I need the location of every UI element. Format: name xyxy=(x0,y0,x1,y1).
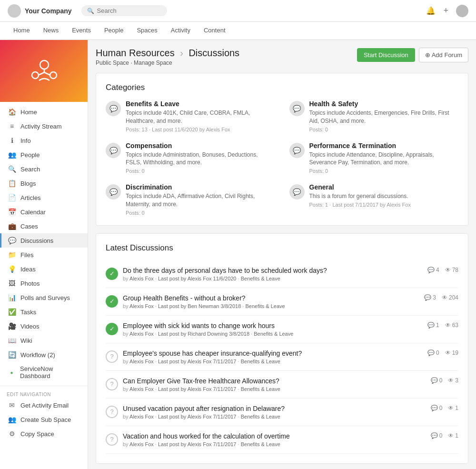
category-icon: 💬 xyxy=(106,184,121,200)
discussion-category[interactable]: Benefits & Leave xyxy=(241,386,280,392)
discussions-list: ✓ Do the three days of personal days hav… xyxy=(106,260,458,454)
comment-number: 1 xyxy=(436,322,439,329)
nav-people[interactable]: People xyxy=(99,23,129,39)
category-body: Benefits & Leave Topics include 401K, Ch… xyxy=(126,100,275,132)
people-icon: 👥 xyxy=(8,151,16,159)
sidebar-item-tasks[interactable]: ✅ Tasks xyxy=(0,305,88,319)
view-icon: 👁 xyxy=(445,322,451,329)
sidebar-item-activity-stream[interactable]: ≡ Activity Stream xyxy=(0,119,88,133)
category-meta: Posts: 0 xyxy=(309,168,459,174)
sidebar-nav: 🏠 Home ≡ Activity Stream ℹ Info 👥 People… xyxy=(0,102,88,444)
comment-icon: 💬 xyxy=(427,267,435,273)
sidebar-item-discussions[interactable]: 💬 Discussions xyxy=(0,233,88,248)
public-space-link[interactable]: Public Space xyxy=(96,60,129,66)
discussion-category[interactable]: Benefits & Leave xyxy=(254,331,293,337)
category-name[interactable]: Discrimination xyxy=(126,183,275,191)
nav-content[interactable]: Content xyxy=(198,23,231,39)
nav-events[interactable]: Events xyxy=(66,23,97,39)
company-logo[interactable]: Your Company xyxy=(8,4,72,18)
comment-icon: 💬 xyxy=(427,349,435,356)
sidebar-item-calendar[interactable]: 📅 Calendar xyxy=(0,205,88,219)
sidebar-item-label: Activity Stream xyxy=(20,123,62,130)
ideas-icon: 💡 xyxy=(8,265,16,273)
discussion-category[interactable]: Benefits & Leave xyxy=(245,303,285,309)
discussion-title[interactable]: Group Health Benefits - without a broker… xyxy=(123,294,419,302)
topbar-search[interactable]: 🔍 xyxy=(81,5,167,16)
sidebar-item-search[interactable]: 🔍 Search xyxy=(0,162,88,176)
add-icon[interactable]: + xyxy=(443,6,448,16)
sidebar-item-workflow[interactable]: 🔄 Workflow (2) xyxy=(0,348,88,362)
email-icon: ✉ xyxy=(8,401,16,409)
table-row: ? Unused vacation payout after resignati… xyxy=(106,399,458,426)
search-input[interactable] xyxy=(97,7,154,14)
info-icon: ℹ xyxy=(8,137,16,144)
company-avatar xyxy=(8,4,21,18)
discussion-title[interactable]: Employee with sick kid wants to change w… xyxy=(123,322,423,329)
sidebar-item-label: Get Activity Email xyxy=(20,402,69,409)
category-name[interactable]: Health & Safety xyxy=(309,100,459,108)
sidebar-item-info[interactable]: ℹ Info xyxy=(0,133,88,148)
category-description: Topics include 401K, Child Care, COBRA, … xyxy=(126,109,275,125)
sidebar-item-label: Polls and Surveys xyxy=(20,294,70,301)
category-item: 💬 Benefits & Leave Topics include 401K, … xyxy=(106,100,275,132)
discussion-title[interactable]: Vacation and hous worked for the calcula… xyxy=(123,432,426,440)
comment-icon: 💬 xyxy=(431,405,438,411)
resolved-icon: ✓ xyxy=(106,295,118,308)
sidebar-item-get-activity-email[interactable]: ✉ Get Activity Email xyxy=(0,398,88,412)
sidebar-item-people[interactable]: 👥 People xyxy=(0,148,88,162)
unresolved-icon: ? xyxy=(106,378,118,390)
nav-activity[interactable]: Activity xyxy=(165,23,196,39)
topbar: Your Company 🔍 🔔 + xyxy=(0,0,476,22)
breadcrumb-space[interactable]: Human Resources xyxy=(96,48,175,58)
discussion-title[interactable]: Can Employer Give Tax-free Healthcare Al… xyxy=(123,377,426,385)
sidebar-item-create-sub-space[interactable]: 👥 Create Sub Space xyxy=(0,412,88,427)
resolved-icon: ✓ xyxy=(106,268,118,280)
discussion-stats: 💬 0 👁 1 xyxy=(431,432,458,439)
sidebar-item-polls-surveys[interactable]: 📊 Polls and Surveys xyxy=(0,290,88,305)
sidebar-item-articles[interactable]: 📄 Articles xyxy=(0,190,88,205)
user-avatar-icon[interactable] xyxy=(456,5,468,17)
manage-space-link[interactable]: Manage Space xyxy=(134,60,172,66)
category-description: This is a forum for general discussions. xyxy=(309,192,411,200)
navbar: Home News Events People Spaces Activity … xyxy=(0,22,476,40)
sidebar-item-label: Wiki xyxy=(20,337,32,344)
unresolved-icon: ? xyxy=(106,350,118,363)
discussion-meta: by Alexis Fox · Last post by Alexis Fox … xyxy=(123,276,423,281)
discussion-meta: by Alexis Fox · Last post by Richard Dow… xyxy=(123,331,423,337)
category-description: Topics include ADA, Affirmative Action, … xyxy=(126,192,275,209)
notification-icon[interactable]: 🔔 xyxy=(426,6,436,15)
sidebar-item-cases[interactable]: 💼 Cases xyxy=(0,219,88,233)
sidebar-item-home[interactable]: 🏠 Home xyxy=(0,105,88,119)
discussion-last: Last post by Alexis Fox 7/11/2017 xyxy=(158,414,237,419)
discussion-title[interactable]: Do the three days of personal days have … xyxy=(123,267,423,274)
sidebar-item-ideas[interactable]: 💡 Ideas xyxy=(0,262,88,276)
blogs-icon: 📋 xyxy=(8,180,16,187)
videos-icon: 🎥 xyxy=(8,322,16,330)
create-subspace-icon: 👥 xyxy=(8,416,16,423)
discussion-meta: by Alexis Fox · Last post by Alexis Fox … xyxy=(123,414,426,419)
sidebar-item-files[interactable]: 📁 Files xyxy=(0,248,88,262)
category-name[interactable]: Benefits & Leave xyxy=(126,100,275,108)
sidebar-item-copy-space[interactable]: ⚙ Copy Space xyxy=(0,427,88,441)
discussion-title[interactable]: Unused vacation payout after resignation… xyxy=(123,405,426,412)
add-forum-button[interactable]: ⊕ Add Forum xyxy=(419,48,468,62)
sidebar-item-wiki[interactable]: 📖 Wiki xyxy=(0,333,88,348)
sidebar-item-servicenow[interactable]: ● ServiceNow Dashboard xyxy=(0,362,88,383)
nav-home[interactable]: Home xyxy=(8,23,36,39)
discussion-category[interactable]: Benefits & Leave xyxy=(241,414,280,419)
category-name[interactable]: General xyxy=(309,183,411,191)
discussion-category[interactable]: Benefits & Leave xyxy=(241,441,280,447)
workflow-icon: 🔄 xyxy=(8,351,16,359)
sidebar-item-blogs[interactable]: 📋 Blogs xyxy=(0,176,88,190)
discussion-title[interactable]: Employee's spouse has cheaper insurance-… xyxy=(123,349,423,357)
discussion-category[interactable]: Benefits & Leave xyxy=(241,276,280,281)
table-row: ✓ Do the three days of personal days hav… xyxy=(106,260,458,288)
nav-spaces[interactable]: Spaces xyxy=(131,23,163,39)
sidebar-item-photos[interactable]: 🖼 Photos xyxy=(0,276,88,290)
category-name[interactable]: Compensation xyxy=(126,142,275,150)
category-name[interactable]: Performance & Termination xyxy=(309,142,459,150)
nav-news[interactable]: News xyxy=(38,23,65,39)
start-discussion-button[interactable]: Start Discussion xyxy=(357,48,415,62)
discussion-category[interactable]: Benefits & Leave xyxy=(241,359,280,364)
sidebar-item-videos[interactable]: 🎥 Videos xyxy=(0,319,88,333)
